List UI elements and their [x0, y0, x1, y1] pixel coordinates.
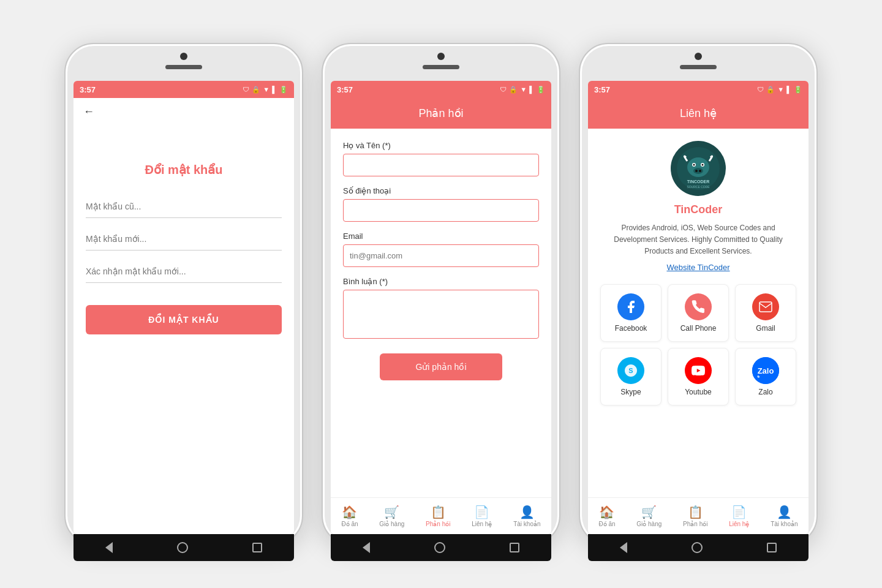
- android-recents-1[interactable]: [252, 543, 262, 552]
- facebook-icon: [617, 293, 644, 320]
- svg-text:SOURCE CODE: SOURCE CODE: [687, 185, 710, 189]
- nav-item-account-3[interactable]: 👤 Tài khoản: [771, 505, 797, 527]
- change-pwd-title: Đổi mật khẩu: [145, 162, 222, 177]
- submit-feedback-button[interactable]: Gửi phản hồi: [380, 353, 502, 380]
- new-password-input[interactable]: [86, 228, 282, 251]
- youtube-label: Youtube: [685, 388, 712, 396]
- home-bar-1: [74, 534, 294, 561]
- svg-text:TINCODER: TINCODER: [687, 179, 710, 184]
- nav-item-feedback-3[interactable]: 📋 Phản hồi: [683, 505, 707, 527]
- nav-label-contact-2: Liên hệ: [472, 521, 492, 527]
- android-recents-2[interactable]: [510, 543, 519, 552]
- skype-label: Skype: [620, 388, 641, 396]
- phone-3: 3:57 🛡 🔒 ▼ ▌ 🔋 Liên hệ: [579, 43, 818, 545]
- svg-point-5: [693, 164, 695, 166]
- svg-point-9: [699, 170, 701, 172]
- phone-speaker-1: [165, 65, 202, 69]
- zalo-icon: Zalo: [752, 357, 779, 384]
- battery-icon-3: 🔋: [794, 86, 802, 94]
- android-recents-3[interactable]: [767, 543, 777, 552]
- phone-icon: [685, 293, 712, 320]
- confirm-password-input[interactable]: [86, 260, 282, 283]
- contact-card-gmail[interactable]: Gmail: [735, 284, 796, 342]
- android-back-2[interactable]: [363, 542, 370, 553]
- status-bar-3: 3:57 🛡 🔒 ▼ ▌ 🔋: [588, 81, 809, 98]
- zalo-label: Zalo: [758, 388, 772, 396]
- home-icon-2: 🏠: [342, 505, 357, 519]
- wifi-icon-2: ▼: [520, 86, 527, 93]
- contact-card-youtube[interactable]: Youtube: [668, 348, 729, 405]
- home-icon-3: 🏠: [599, 505, 614, 519]
- android-back-1[interactable]: [105, 542, 113, 553]
- back-area-1: ←: [74, 98, 294, 126]
- screen-content-1: Đổi mật khẩu ĐỔI MẬT KHẨU: [74, 126, 294, 534]
- nav-item-cart-3[interactable]: 🛒 Giỏ hàng: [636, 505, 662, 527]
- youtube-icon: [685, 357, 712, 384]
- status-time-3: 3:57: [594, 85, 610, 94]
- status-icons-1: 🛡 🔒 ▼ ▌ 🔋: [243, 86, 288, 94]
- contact-grid: Facebook Call Phone: [600, 284, 796, 405]
- wifi-icon-3: ▼: [777, 86, 784, 93]
- skype-svg: S: [624, 363, 638, 378]
- nav-item-food-3[interactable]: 🏠 Đồ ăn: [598, 505, 615, 527]
- change-password-button[interactable]: ĐỔI MẬT KHẨU: [86, 305, 282, 334]
- status-bar-1: 3:57 🛡 🔒 ▼ ▌ 🔋: [74, 81, 294, 98]
- account-icon-3: 👤: [777, 505, 792, 519]
- comment-label: Bình luận (*): [343, 277, 539, 286]
- contact-card-phone[interactable]: Call Phone: [668, 284, 729, 342]
- android-home-3[interactable]: [692, 542, 703, 553]
- email-input[interactable]: [343, 244, 539, 267]
- zalo-svg: Zalo: [752, 357, 779, 384]
- svg-point-8: [695, 170, 698, 172]
- feedback-form: Họ và Tên (*) Số điện thoại Email Bình l…: [331, 129, 551, 393]
- battery-icon: 🔋: [279, 86, 288, 94]
- callphone-label: Call Phone: [680, 324, 717, 333]
- svg-point-6: [702, 164, 704, 166]
- battery-icon-2: 🔋: [537, 86, 545, 94]
- lock-icon: 🔒: [252, 86, 260, 94]
- contact-website-link[interactable]: Website TinCoder: [666, 263, 729, 272]
- status-icons-2: 🛡 🔒 ▼ ▌ 🔋: [500, 86, 545, 94]
- status-time-2: 3:57: [337, 85, 353, 94]
- contact-card-facebook[interactable]: Facebook: [600, 284, 662, 342]
- feedback-icon-2: 📋: [431, 505, 446, 519]
- android-home-2[interactable]: [434, 542, 445, 553]
- skype-icon: S: [617, 357, 644, 384]
- contact-main: TINCODER SOURCE CODE TinCoder Provides A…: [588, 129, 809, 418]
- lock-icon-3: 🔒: [766, 86, 775, 94]
- shield-icon: 🛡: [243, 86, 249, 93]
- nav-item-contact-3[interactable]: 📄 Liên hệ: [729, 505, 749, 527]
- nav-item-contact-2[interactable]: 📄 Liên hệ: [472, 505, 492, 527]
- nav-label-feedback-3: Phản hồi: [683, 521, 707, 527]
- contact-card-zalo[interactable]: Zalo Zalo: [735, 348, 796, 405]
- nav-label-cart-3: Giỏ hàng: [636, 521, 662, 527]
- contact-card-skype[interactable]: S Skype: [600, 348, 662, 405]
- phone-camera-2: [437, 53, 445, 60]
- cart-icon-2: 🛒: [384, 505, 399, 519]
- phone-input[interactable]: [343, 199, 539, 222]
- comment-textarea[interactable]: [343, 290, 539, 339]
- phone-camera-3: [695, 53, 702, 60]
- lock-icon-2: 🔒: [509, 86, 518, 94]
- nav-label-food-3: Đồ ăn: [598, 521, 615, 527]
- back-arrow-1[interactable]: ←: [83, 105, 94, 118]
- nav-label-account-2: Tài khoản: [513, 521, 540, 527]
- android-back-3[interactable]: [620, 542, 627, 553]
- nav-item-feedback-2[interactable]: 📋 Phản hồi: [426, 505, 450, 527]
- android-home-1[interactable]: [177, 542, 188, 553]
- contact-brand-name: TinCoder: [674, 203, 723, 216]
- svg-text:S: S: [628, 367, 633, 374]
- contact-icon-3: 📄: [731, 505, 747, 519]
- status-bar-2: 3:57 🛡 🔒 ▼ ▌ 🔋: [331, 81, 551, 98]
- phone-screen-2: 3:57 🛡 🔒 ▼ ▌ 🔋 Phản hồi Họ và Tên (*): [331, 81, 551, 534]
- name-input[interactable]: [343, 154, 539, 176]
- screen-content-3: TINCODER SOURCE CODE TinCoder Provides A…: [588, 129, 809, 497]
- signal-icon-2: ▌: [529, 86, 534, 93]
- nav-item-account-2[interactable]: 👤 Tài khoản: [513, 505, 540, 527]
- nav-item-cart-2[interactable]: 🛒 Giỏ hàng: [379, 505, 404, 527]
- nav-item-food-2[interactable]: 🏠 Đồ ăn: [341, 505, 358, 527]
- svg-point-7: [693, 168, 703, 174]
- old-password-input[interactable]: [86, 195, 282, 218]
- nav-label-account-3: Tài khoản: [771, 521, 797, 527]
- home-bar-3: [588, 534, 809, 561]
